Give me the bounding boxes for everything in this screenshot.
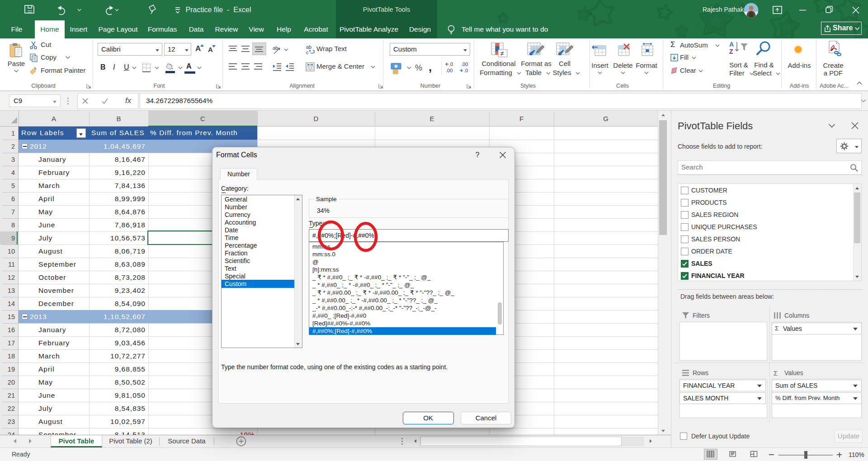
svg-text:ab: ab — [273, 45, 278, 51]
svg-text:c: c — [306, 50, 309, 55]
svg-text:ab: ab — [306, 44, 311, 50]
svg-text:A: A — [729, 41, 734, 48]
svg-text:≠: ≠ — [500, 50, 504, 57]
svg-text:Z: Z — [729, 48, 733, 55]
